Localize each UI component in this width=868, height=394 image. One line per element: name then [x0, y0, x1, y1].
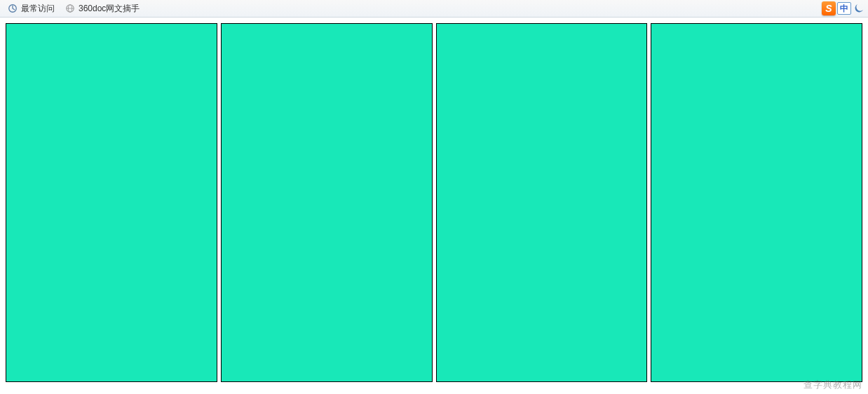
sogou-ime-icon[interactable]: S: [822, 1, 836, 15]
ime-moon-icon[interactable]: [853, 2, 865, 15]
color-box-2: [221, 23, 433, 382]
doc360-label: 360doc网文摘手: [79, 3, 140, 15]
color-box-4: [651, 23, 862, 382]
history-icon: [7, 3, 18, 14]
browser-bookmarks-toolbar: 最常访问 360doc网文摘手 S 中: [0, 0, 868, 18]
toolbar-left-group: 最常访问 360doc网文摘手: [4, 1, 142, 16]
color-box-1: [6, 23, 217, 382]
most-visited-link[interactable]: 最常访问: [4, 1, 57, 16]
ime-indicator-group: S 中: [822, 1, 865, 15]
globe-icon: [65, 3, 76, 14]
page-content: 查字典教程网: [0, 18, 868, 394]
color-box-3: [436, 23, 648, 382]
most-visited-label: 最常访问: [21, 3, 55, 15]
ime-chinese-mode-icon[interactable]: 中: [837, 2, 851, 15]
doc360-link[interactable]: 360doc网文摘手: [62, 1, 142, 16]
